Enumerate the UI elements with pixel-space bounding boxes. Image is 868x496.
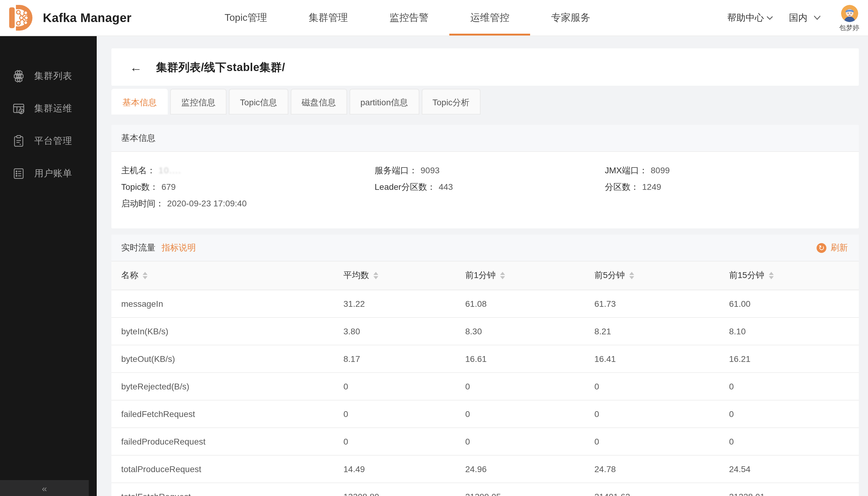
metric-value: 0 [334,400,455,428]
field-label: 启动时间： [121,198,164,208]
basic-info-fields: 主机名：10.... 服务端口：9093 JMX端口：8099 Topic数：6… [111,152,859,228]
tab-topic-info[interactable]: Topic信息 [229,89,288,114]
sidebar-item-label: 集群运维 [34,103,72,114]
table-row: totalProduceRequest 14.49 24.96 24.78 24… [111,455,859,483]
nav-cluster-management[interactable]: 集群管理 [288,0,369,35]
metric-value: 24.78 [585,455,719,483]
metric-value: 31.22 [334,290,455,317]
metric-name: byteOut(KB/s) [111,345,334,373]
field-value: 9093 [421,165,440,175]
sort-icon[interactable] [143,272,147,279]
table-row: failedProduceRequest 0 0 0 0 [111,428,859,455]
table-row: byteRejected(B/s) 0 0 0 0 [111,373,859,400]
column-header-name[interactable]: 名称 [111,262,334,290]
metric-value: 24.96 [455,455,585,483]
tab-topic-analysis[interactable]: Topic分析 [422,89,480,114]
metric-value: 0 [585,373,719,400]
column-header-last-15min[interactable]: 前15分钟 [719,262,859,290]
column-header-last-1min[interactable]: 前1分钟 [455,262,585,290]
help-center-menu[interactable]: 帮助中心 [727,12,773,24]
metric-value: 0 [455,400,585,428]
metric-value: 24.54 [719,455,859,483]
metric-value: 0 [719,373,859,400]
tab-basic-info[interactable]: 基本信息 [111,89,168,114]
region-selector[interactable]: 国内 [789,12,821,24]
tab-disk-info[interactable]: 磁盘信息 [290,89,347,114]
refresh-button[interactable]: ↻ 刷新 [817,242,848,253]
field-label: 分区数： [605,182,639,192]
top-nav: Topic管理 集群管理 监控告警 运维管控 专家服务 [204,0,611,35]
sidebar-item-user-bill[interactable]: 用户账单 [0,157,97,190]
breadcrumb: 集群列表/线下stable集群/ [156,60,285,74]
table-header-row: 名称 平均数 前1分钟 前5分钟 前15分钟 [111,262,859,290]
honeycomb-icon [12,69,26,83]
chevron-down-icon [767,16,773,20]
ops-table-icon [12,102,26,116]
realtime-traffic-card: 实时流量 指标说明 ↻ 刷新 名称 平均数 前1分钟 前5分钟 前15分钟 [111,234,859,496]
field-partition-count: 分区数：1249 [605,179,849,195]
column-header-last-5min[interactable]: 前5分钟 [585,262,719,290]
sidebar-item-label: 用户账单 [34,168,72,180]
field-jmx-port: JMX端口：8099 [605,162,849,179]
field-service-port: 服务端口：9093 [375,162,605,179]
sidebar-item-label: 平台管理 [34,135,72,147]
user-menu[interactable]: 包梦婷 [839,4,859,32]
column-header-avg[interactable]: 平均数 [334,262,455,290]
metric-name: totalProduceRequest [111,455,334,483]
sidebar-item-platform-management[interactable]: 平台管理 [0,125,97,157]
avatar [841,4,858,22]
user-name: 包梦婷 [839,23,859,32]
field-topic-count: Topic数：679 [121,179,375,195]
field-label: JMX端口： [605,165,648,175]
metric-value: 21228.01 [719,483,859,496]
brand: Kafka Manager [0,4,131,31]
section-title: 基本信息 [121,133,156,144]
nav-topic-management[interactable]: Topic管理 [204,0,288,35]
nav-expert-service[interactable]: 专家服务 [531,0,611,35]
sort-icon[interactable] [769,272,773,279]
field-value: 443 [439,182,453,192]
sidebar: 集群列表 集群运维 [0,35,97,496]
metric-explanation-link[interactable]: 指标说明 [162,242,196,253]
metric-value: 0 [585,428,719,455]
sort-icon[interactable] [374,272,378,279]
table-row: byteIn(KB/s) 3.80 8.30 8.21 8.10 [111,317,859,345]
sort-icon[interactable] [500,272,505,279]
metric-name: failedFetchRequest [111,400,334,428]
metric-value: 8.10 [719,317,859,345]
nav-monitor-alert[interactable]: 监控告警 [369,0,449,35]
sidebar-collapse-button[interactable]: « [0,480,89,496]
metric-value: 8.21 [585,317,719,345]
field-value: 2020-09-23 17:09:40 [167,198,247,208]
metric-value: 0 [585,400,719,428]
back-arrow-icon[interactable]: ← [130,61,142,73]
tab-monitor-info[interactable]: 监控信息 [170,89,226,114]
metric-value: 3.80 [334,317,455,345]
field-label: 主机名： [121,165,156,175]
tab-partition-info[interactable]: partition信息 [349,89,419,114]
column-label: 前15分钟 [729,270,764,281]
metric-value: 13308.80 [334,483,455,496]
metric-value: 61.73 [585,290,719,317]
refresh-label: 刷新 [831,242,848,253]
sidebar-menu: 集群列表 集群运维 [0,35,97,190]
chevron-down-icon [814,15,821,20]
metric-name: messageIn [111,290,334,317]
metric-name: totalFetchRequest [111,483,334,496]
metric-name: byteRejected(B/s) [111,373,334,400]
clipboard-icon [12,134,26,148]
metric-value: 16.41 [585,345,719,373]
table-row: totalFetchRequest 13308.80 21399.05 2140… [111,483,859,496]
sort-icon[interactable] [629,272,634,279]
nav-ops-control[interactable]: 运维管控 [449,0,531,35]
metric-value: 14.49 [334,455,455,483]
field-hostname: 主机名：10.... [121,162,375,179]
table-row: messageIn 31.22 61.08 61.73 61.00 [111,290,859,317]
sidebar-item-cluster-list[interactable]: 集群列表 [0,60,97,92]
sidebar-item-cluster-ops[interactable]: 集群运维 [0,92,97,125]
metric-value: 16.21 [719,345,859,373]
top-right-area: 帮助中心 国内 [727,3,859,32]
basic-info-card: 基本信息 主机名：10.... 服务端口：9093 JMX端口：8099 Top… [111,125,859,228]
table-row: failedFetchRequest 0 0 0 0 [111,400,859,428]
field-value: 8099 [651,165,670,175]
